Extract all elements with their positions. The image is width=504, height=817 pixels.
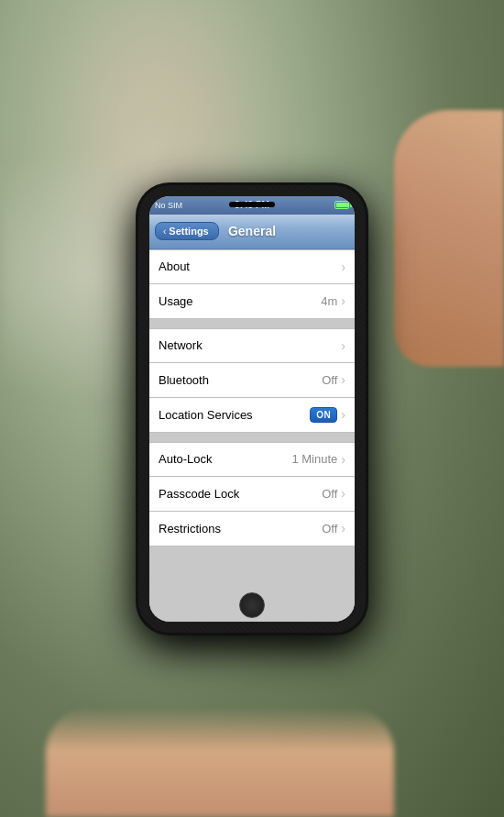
bluetooth-label: Bluetooth <box>159 373 322 387</box>
screen-content: No SIM 3:43 PM ‹ Settings General <box>149 196 355 622</box>
back-chevron-icon: ‹ <box>163 226 166 237</box>
restrictions-chevron-icon: › <box>341 521 345 535</box>
hand-bottom <box>46 707 394 817</box>
settings-section-3: Auto-Lock 1 Minute › Passcode Lock Off ›… <box>149 442 355 547</box>
about-label: About <box>159 259 341 273</box>
hand-right <box>394 110 504 367</box>
settings-row-bluetooth[interactable]: Bluetooth Off › <box>149 363 355 398</box>
section-gap-3 <box>149 547 355 556</box>
section-gap-1 <box>149 319 355 328</box>
settings-row-passcode[interactable]: Passcode Lock Off › <box>149 477 355 512</box>
settings-list: About › Usage 4m › Network › <box>149 249 355 622</box>
settings-row-about[interactable]: About › <box>149 249 355 284</box>
settings-row-location[interactable]: Location Services ON › <box>149 398 355 433</box>
back-button-label: Settings <box>169 226 208 237</box>
location-toggle[interactable]: ON <box>310 407 337 423</box>
about-chevron-icon: › <box>341 259 345 274</box>
phone-screen: No SIM 3:43 PM ‹ Settings General <box>149 196 355 622</box>
battery-fill <box>336 203 348 207</box>
passcode-value: Off <box>322 487 337 501</box>
restrictions-label: Restrictions <box>159 522 322 535</box>
network-label: Network <box>159 338 341 352</box>
settings-row-restrictions[interactable]: Restrictions Off › <box>149 512 355 547</box>
location-label: Location Services <box>159 408 310 422</box>
location-chevron-icon: › <box>341 407 345 422</box>
settings-row-autolock[interactable]: Auto-Lock 1 Minute › <box>149 442 355 477</box>
bluetooth-value: Off <box>322 373 337 387</box>
settings-row-network[interactable]: Network › <box>149 328 355 363</box>
passcode-chevron-icon: › <box>341 486 345 501</box>
autolock-value: 1 Minute <box>291 452 337 466</box>
battery-indicator <box>334 201 349 209</box>
section-gap-2 <box>149 433 355 442</box>
autolock-chevron-icon: › <box>341 452 345 467</box>
home-button[interactable] <box>239 592 265 618</box>
carrier-label: No SIM <box>155 201 182 210</box>
usage-value: 4m <box>321 294 337 308</box>
settings-row-usage[interactable]: Usage 4m › <box>149 284 355 319</box>
settings-section-2: Network › Bluetooth Off › Location Servi… <box>149 328 355 433</box>
usage-chevron-icon: › <box>341 293 345 308</box>
restrictions-value: Off <box>322 522 337 535</box>
battery-icon <box>334 201 349 209</box>
passcode-label: Passcode Lock <box>159 487 322 501</box>
bluetooth-chevron-icon: › <box>341 372 345 387</box>
navigation-bar: ‹ Settings General <box>149 215 355 249</box>
page-title: General <box>228 224 276 238</box>
speaker-slot <box>229 202 275 207</box>
usage-label: Usage <box>159 294 321 308</box>
autolock-label: Auto-Lock <box>159 452 291 466</box>
phone-device: No SIM 3:43 PM ‹ Settings General <box>142 189 362 629</box>
back-button[interactable]: ‹ Settings <box>155 222 219 240</box>
settings-section-1: About › Usage 4m › <box>149 249 355 319</box>
network-chevron-icon: › <box>341 338 345 353</box>
